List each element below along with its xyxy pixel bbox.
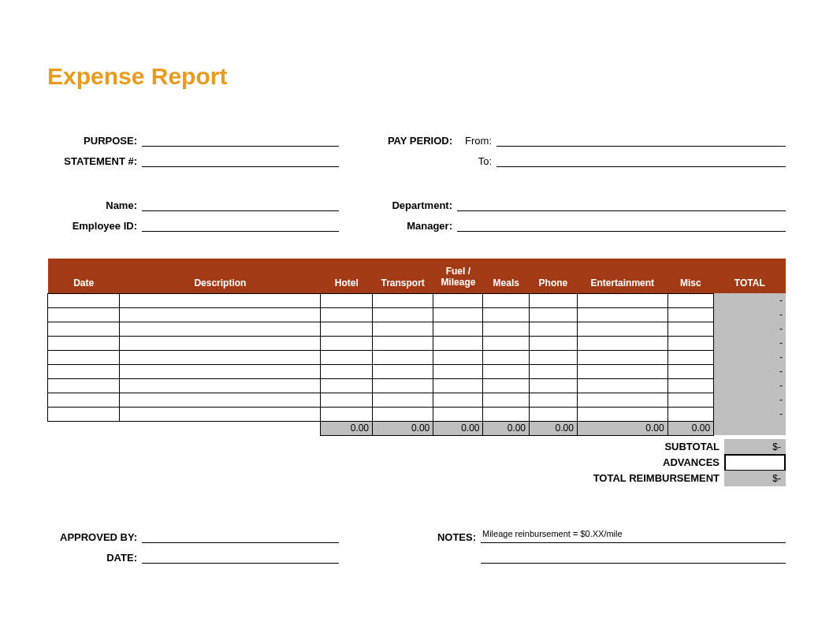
table-cell[interactable]: [577, 336, 668, 350]
notes-input-1[interactable]: Mileage reinbursement = $0.XX/mile: [481, 529, 786, 543]
table-cell[interactable]: [321, 307, 373, 322]
table-cell[interactable]: [433, 393, 483, 407]
table-cell[interactable]: [530, 393, 578, 407]
table-cell[interactable]: [321, 378, 373, 393]
department-input[interactable]: [457, 197, 786, 211]
table-cell[interactable]: [120, 336, 321, 350]
header-right: PAY PERIOD: From: To:: [378, 129, 786, 170]
approval-date-input[interactable]: [142, 549, 339, 564]
table-cell[interactable]: [577, 407, 668, 421]
table-cell[interactable]: [433, 378, 483, 393]
table-cell[interactable]: [668, 350, 714, 364]
table-cell[interactable]: [321, 336, 373, 350]
table-cell[interactable]: [483, 322, 530, 336]
statement-input[interactable]: [142, 153, 339, 167]
table-cell[interactable]: [321, 293, 373, 307]
table-cell[interactable]: [120, 378, 321, 393]
table-cell[interactable]: [530, 364, 578, 378]
table-cell[interactable]: [48, 293, 120, 307]
manager-input[interactable]: [457, 218, 786, 232]
table-cell[interactable]: [668, 293, 714, 307]
table-cell[interactable]: [321, 393, 373, 407]
table-cell[interactable]: [530, 350, 578, 364]
advances-input[interactable]: [724, 454, 786, 471]
table-cell[interactable]: [120, 407, 321, 421]
table-cell[interactable]: [483, 336, 530, 350]
table-cell[interactable]: [433, 336, 483, 350]
table-cell[interactable]: [668, 407, 714, 421]
table-cell[interactable]: [577, 322, 668, 336]
table-cell[interactable]: [373, 293, 433, 307]
table-cell[interactable]: [483, 364, 530, 378]
table-cell[interactable]: [48, 307, 120, 322]
table-cell[interactable]: [483, 407, 530, 421]
table-cell[interactable]: [321, 364, 373, 378]
table-cell[interactable]: [433, 293, 483, 307]
th-fuel: Fuel / Mileage: [433, 259, 483, 293]
table-cell[interactable]: [668, 393, 714, 407]
table-cell[interactable]: [530, 378, 578, 393]
table-cell[interactable]: [668, 336, 714, 350]
table-cell[interactable]: [48, 407, 120, 421]
table-cell[interactable]: [668, 378, 714, 393]
approved-by-input[interactable]: [142, 529, 339, 543]
table-cell[interactable]: [120, 393, 321, 407]
to-input[interactable]: [496, 153, 786, 167]
table-cell[interactable]: [433, 364, 483, 378]
table-cell[interactable]: [120, 322, 321, 336]
table-cell[interactable]: [668, 364, 714, 378]
table-cell[interactable]: [433, 307, 483, 322]
table-cell[interactable]: [373, 378, 433, 393]
table-cell[interactable]: [577, 364, 668, 378]
notes-input-2[interactable]: [481, 549, 786, 564]
table-cell[interactable]: [483, 393, 530, 407]
table-cell[interactable]: [48, 336, 120, 350]
table-cell[interactable]: [373, 393, 433, 407]
employee-id-input[interactable]: [142, 218, 339, 232]
table-cell[interactable]: [530, 407, 578, 421]
table-cell[interactable]: [433, 407, 483, 421]
table-cell[interactable]: [577, 393, 668, 407]
table-cell[interactable]: [530, 293, 578, 307]
table-cell[interactable]: [373, 322, 433, 336]
table-cell[interactable]: [373, 407, 433, 421]
table-cell[interactable]: [577, 307, 668, 322]
table-cell[interactable]: [530, 336, 578, 350]
table-cell[interactable]: [483, 378, 530, 393]
table-cell[interactable]: [120, 364, 321, 378]
table-cell[interactable]: [48, 393, 120, 407]
table-cell[interactable]: [433, 322, 483, 336]
table-cell[interactable]: [577, 350, 668, 364]
table-cell[interactable]: [321, 322, 373, 336]
table-cell[interactable]: [668, 307, 714, 322]
table-cell[interactable]: [483, 350, 530, 364]
table-cell[interactable]: [373, 364, 433, 378]
from-input[interactable]: [496, 132, 786, 147]
table-cell[interactable]: [577, 378, 668, 393]
table-cell[interactable]: [483, 293, 530, 307]
table-row: -: [48, 364, 787, 378]
table-cell[interactable]: [373, 350, 433, 364]
table-cell[interactable]: [48, 364, 120, 378]
table-cell[interactable]: [530, 322, 578, 336]
table-cell: -: [714, 307, 786, 322]
name-input[interactable]: [142, 197, 339, 211]
table-cell[interactable]: [120, 350, 321, 364]
table-cell[interactable]: [120, 307, 321, 322]
table-cell[interactable]: [321, 350, 373, 364]
table-cell[interactable]: [48, 322, 120, 336]
table-cell[interactable]: [577, 293, 668, 307]
table-cell[interactable]: [373, 336, 433, 350]
table-cell[interactable]: [483, 307, 530, 322]
purpose-input[interactable]: [142, 132, 339, 147]
table-cell[interactable]: [321, 407, 373, 421]
table-cell[interactable]: [433, 350, 483, 364]
table-cell[interactable]: [48, 378, 120, 393]
table-cell[interactable]: [530, 307, 578, 322]
table-cell: -: [714, 364, 786, 378]
table-cell[interactable]: [668, 322, 714, 336]
table-cell[interactable]: [373, 307, 433, 322]
table-cell[interactable]: [120, 293, 321, 307]
total-fuel: 0.00: [433, 421, 483, 435]
table-cell[interactable]: [48, 350, 120, 364]
